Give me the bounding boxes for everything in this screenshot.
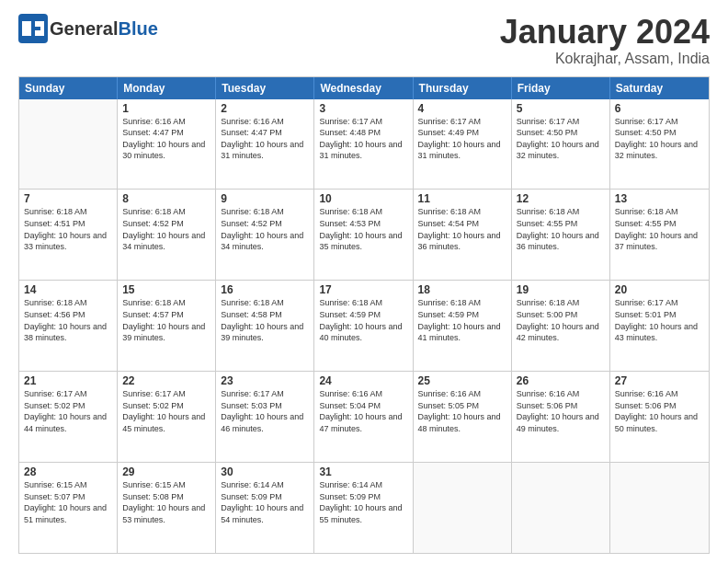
day-info: Sunrise: 6:15 AMSunset: 5:07 PMDaylight:…	[24, 479, 112, 525]
day-cell-3-2: 23Sunrise: 6:17 AMSunset: 5:03 PMDayligh…	[216, 372, 314, 462]
day-info: Sunrise: 6:18 AMSunset: 4:57 PMDaylight:…	[122, 297, 210, 343]
day-number: 7	[24, 192, 112, 205]
day-number: 13	[615, 192, 704, 205]
day-cell-4-1: 29Sunrise: 6:15 AMSunset: 5:08 PMDayligh…	[118, 463, 216, 553]
week-row-2: 7Sunrise: 6:18 AMSunset: 4:51 PMDaylight…	[19, 190, 709, 281]
day-info: Sunrise: 6:17 AMSunset: 5:02 PMDaylight:…	[24, 388, 112, 434]
day-cell-1-6: 13Sunrise: 6:18 AMSunset: 4:55 PMDayligh…	[610, 190, 709, 280]
day-info: Sunrise: 6:16 AMSunset: 4:47 PMDaylight:…	[122, 116, 210, 162]
calendar-header: Sunday Monday Tuesday Wednesday Thursday…	[19, 77, 709, 99]
day-cell-1-4: 11Sunrise: 6:18 AMSunset: 4:54 PMDayligh…	[414, 190, 512, 280]
header-sunday: Sunday	[19, 77, 118, 99]
day-number: 8	[122, 192, 210, 205]
day-number: 30	[221, 465, 309, 478]
header-friday: Friday	[512, 77, 610, 99]
day-cell-4-2: 30Sunrise: 6:14 AMSunset: 5:09 PMDayligh…	[216, 463, 314, 553]
day-number: 12	[517, 192, 605, 205]
day-number: 24	[319, 374, 407, 387]
day-info: Sunrise: 6:17 AMSunset: 5:03 PMDaylight:…	[221, 388, 309, 434]
day-number: 19	[517, 283, 605, 296]
day-cell-2-6: 20Sunrise: 6:17 AMSunset: 5:01 PMDayligh…	[610, 281, 709, 371]
day-info: Sunrise: 6:18 AMSunset: 4:56 PMDaylight:…	[24, 297, 112, 343]
day-number: 22	[122, 374, 210, 387]
day-info: Sunrise: 6:16 AMSunset: 5:04 PMDaylight:…	[319, 388, 407, 434]
day-info: Sunrise: 6:17 AMSunset: 5:02 PMDaylight:…	[122, 388, 210, 434]
day-cell-4-0: 28Sunrise: 6:15 AMSunset: 5:07 PMDayligh…	[19, 463, 118, 553]
day-cell-1-0: 7Sunrise: 6:18 AMSunset: 4:51 PMDaylight…	[19, 190, 118, 280]
day-info: Sunrise: 6:18 AMSunset: 5:00 PMDaylight:…	[517, 297, 605, 343]
calendar: Sunday Monday Tuesday Wednesday Thursday…	[18, 76, 710, 554]
day-cell-3-6: 27Sunrise: 6:16 AMSunset: 5:06 PMDayligh…	[610, 372, 709, 462]
month-title: January 2024	[500, 14, 710, 51]
day-number: 1	[122, 102, 210, 115]
day-info: Sunrise: 6:18 AMSunset: 4:59 PMDaylight:…	[319, 297, 407, 343]
day-number: 18	[418, 283, 506, 296]
day-info: Sunrise: 6:16 AMSunset: 5:06 PMDaylight:…	[517, 388, 605, 434]
day-cell-4-6	[610, 463, 709, 553]
day-number: 27	[615, 374, 704, 387]
day-cell-0-1: 1Sunrise: 6:16 AMSunset: 4:47 PMDaylight…	[118, 99, 216, 190]
day-number: 17	[319, 283, 407, 296]
day-number: 31	[319, 465, 407, 478]
day-info: Sunrise: 6:18 AMSunset: 4:58 PMDaylight:…	[221, 297, 309, 343]
day-cell-0-0	[19, 99, 118, 190]
header: GeneralBlue January 2024 Kokrajhar, Assa…	[18, 14, 710, 67]
day-number: 26	[517, 374, 605, 387]
day-info: Sunrise: 6:17 AMSunset: 4:48 PMDaylight:…	[319, 116, 407, 162]
day-number: 25	[418, 374, 506, 387]
calendar-body: 1Sunrise: 6:16 AMSunset: 4:47 PMDaylight…	[19, 99, 709, 553]
day-cell-2-2: 16Sunrise: 6:18 AMSunset: 4:58 PMDayligh…	[216, 281, 314, 371]
logo-icon	[18, 14, 48, 43]
day-info: Sunrise: 6:18 AMSunset: 4:55 PMDaylight:…	[517, 206, 605, 252]
week-row-5: 28Sunrise: 6:15 AMSunset: 5:07 PMDayligh…	[19, 463, 709, 553]
day-number: 10	[319, 192, 407, 205]
logo-blue: Blue	[118, 18, 157, 39]
day-number: 3	[319, 102, 407, 115]
day-cell-2-4: 18Sunrise: 6:18 AMSunset: 4:59 PMDayligh…	[414, 281, 512, 371]
day-info: Sunrise: 6:18 AMSunset: 4:53 PMDaylight:…	[319, 206, 407, 252]
day-cell-2-5: 19Sunrise: 6:18 AMSunset: 5:00 PMDayligh…	[512, 281, 610, 371]
day-number: 4	[418, 102, 506, 115]
day-cell-1-2: 9Sunrise: 6:18 AMSunset: 4:52 PMDaylight…	[216, 190, 314, 280]
day-cell-0-3: 3Sunrise: 6:17 AMSunset: 4:48 PMDaylight…	[314, 99, 413, 190]
day-cell-0-6: 6Sunrise: 6:17 AMSunset: 4:50 PMDaylight…	[610, 99, 709, 190]
header-wednesday: Wednesday	[314, 77, 413, 99]
day-number: 15	[122, 283, 210, 296]
day-cell-1-5: 12Sunrise: 6:18 AMSunset: 4:55 PMDayligh…	[512, 190, 610, 280]
week-row-4: 21Sunrise: 6:17 AMSunset: 5:02 PMDayligh…	[19, 372, 709, 463]
day-number: 6	[615, 102, 704, 115]
day-cell-0-5: 5Sunrise: 6:17 AMSunset: 4:50 PMDaylight…	[512, 99, 610, 190]
week-row-1: 1Sunrise: 6:16 AMSunset: 4:47 PMDaylight…	[19, 99, 709, 190]
day-info: Sunrise: 6:18 AMSunset: 4:55 PMDaylight:…	[615, 206, 704, 252]
day-info: Sunrise: 6:18 AMSunset: 4:52 PMDaylight:…	[122, 206, 210, 252]
day-cell-1-3: 10Sunrise: 6:18 AMSunset: 4:53 PMDayligh…	[314, 190, 413, 280]
header-thursday: Thursday	[414, 77, 512, 99]
day-cell-0-4: 4Sunrise: 6:17 AMSunset: 4:49 PMDaylight…	[414, 99, 512, 190]
header-saturday: Saturday	[610, 77, 709, 99]
day-number: 29	[122, 465, 210, 478]
day-cell-3-1: 22Sunrise: 6:17 AMSunset: 5:02 PMDayligh…	[118, 372, 216, 462]
page: GeneralBlue January 2024 Kokrajhar, Assa…	[0, 0, 728, 563]
day-cell-1-1: 8Sunrise: 6:18 AMSunset: 4:52 PMDaylight…	[118, 190, 216, 280]
day-info: Sunrise: 6:18 AMSunset: 4:51 PMDaylight:…	[24, 206, 112, 252]
svg-rect-2	[22, 21, 31, 36]
header-tuesday: Tuesday	[216, 77, 314, 99]
day-cell-2-0: 14Sunrise: 6:18 AMSunset: 4:56 PMDayligh…	[19, 281, 118, 371]
day-info: Sunrise: 6:17 AMSunset: 4:50 PMDaylight:…	[517, 116, 605, 162]
week-row-3: 14Sunrise: 6:18 AMSunset: 4:56 PMDayligh…	[19, 281, 709, 372]
day-cell-3-4: 25Sunrise: 6:16 AMSunset: 5:05 PMDayligh…	[414, 372, 512, 462]
title-block: January 2024 Kokrajhar, Assam, India	[500, 14, 710, 67]
header-monday: Monday	[118, 77, 216, 99]
day-info: Sunrise: 6:16 AMSunset: 4:47 PMDaylight:…	[221, 116, 309, 162]
day-info: Sunrise: 6:15 AMSunset: 5:08 PMDaylight:…	[122, 479, 210, 525]
day-info: Sunrise: 6:16 AMSunset: 5:05 PMDaylight:…	[418, 388, 506, 434]
day-number: 28	[24, 465, 112, 478]
day-cell-4-3: 31Sunrise: 6:14 AMSunset: 5:09 PMDayligh…	[314, 463, 413, 553]
day-cell-3-0: 21Sunrise: 6:17 AMSunset: 5:02 PMDayligh…	[19, 372, 118, 462]
day-number: 14	[24, 283, 112, 296]
day-cell-0-2: 2Sunrise: 6:16 AMSunset: 4:47 PMDaylight…	[216, 99, 314, 190]
day-info: Sunrise: 6:17 AMSunset: 4:50 PMDaylight:…	[615, 116, 704, 162]
day-info: Sunrise: 6:16 AMSunset: 5:06 PMDaylight:…	[615, 388, 704, 434]
day-info: Sunrise: 6:17 AMSunset: 5:01 PMDaylight:…	[615, 297, 704, 343]
day-info: Sunrise: 6:18 AMSunset: 4:52 PMDaylight:…	[221, 206, 309, 252]
